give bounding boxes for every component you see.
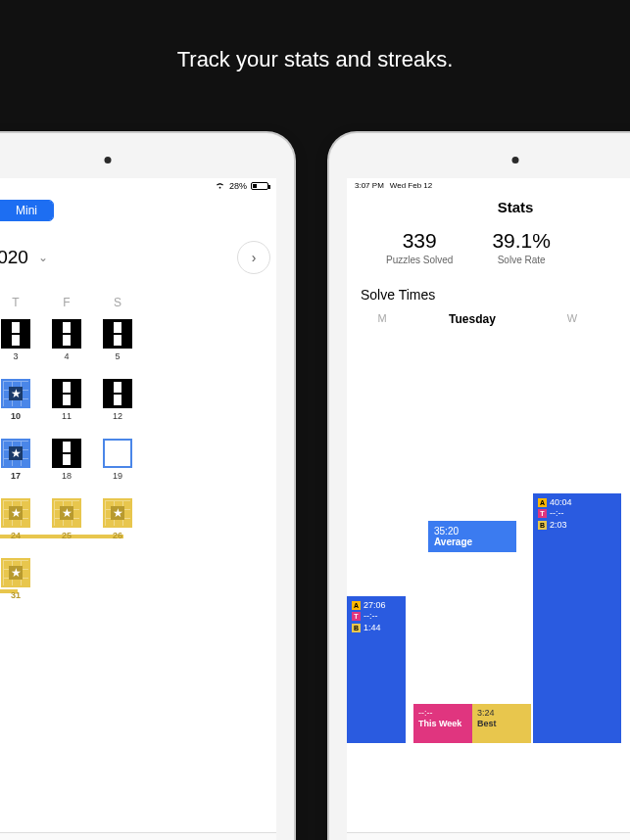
day-cell[interactable]: ★25 <box>51 498 82 540</box>
puzzle-icon: ★ <box>103 498 132 528</box>
puzzle-icon: ★ <box>1 498 30 528</box>
badge-b: B <box>352 624 361 632</box>
time-a: 27:06 <box>363 600 386 611</box>
best-time: 3:24 <box>477 708 526 719</box>
battery-label: 28% <box>229 181 247 191</box>
status-bar: 3:07 PM Wed Feb 12 <box>347 178 630 193</box>
day-cell[interactable]: ★24 <box>0 498 31 540</box>
time-t: --:-- <box>550 508 564 519</box>
day-num: 10 <box>11 411 21 421</box>
solve-times-title: Solve Times <box>347 287 630 303</box>
chart-day-labels: M Tuesday W <box>347 312 630 326</box>
puzzle-icon <box>52 379 81 408</box>
metric-value: 339 <box>386 229 453 253</box>
week-label: This Week <box>418 719 467 729</box>
day-num: 25 <box>62 531 72 540</box>
week-time: --:-- <box>418 708 467 719</box>
screen-archive: 28% Daily Mini ruary 2020 ⌄ › W T F S 2 … <box>0 178 276 840</box>
weekday: F <box>51 296 82 309</box>
status-date: Wed Feb 12 <box>390 181 432 190</box>
day-num: 3 <box>13 351 18 361</box>
day-num: 19 <box>113 471 122 481</box>
next-month-button[interactable]: › <box>237 241 270 274</box>
metric-label: Puzzles Solved <box>386 255 453 265</box>
tablet-right: 3:07 PM Wed Feb 12 Stats 339 Puzzles Sol… <box>329 133 630 840</box>
day-cell[interactable]: 12 <box>102 379 133 421</box>
tab-stats[interactable]: Stats <box>52 833 165 840</box>
day-cell[interactable]: ★10 <box>0 379 31 421</box>
tab-packs[interactable]: Packs <box>460 833 572 840</box>
badge-a: A <box>538 498 547 507</box>
segment-mini[interactable]: Mini <box>0 201 53 220</box>
day-num: 24 <box>11 531 21 540</box>
metric-value: 39.1% <box>492 229 551 253</box>
month-label: ruary 2020 <box>0 247 28 268</box>
day-cell[interactable]: 5 <box>102 319 133 361</box>
camera-dot <box>512 157 519 163</box>
puzzle-icon <box>52 439 81 468</box>
day-label-current: Tuesday <box>413 312 531 326</box>
tab-archive[interactable]: Archive <box>0 833 52 840</box>
puzzle-icon: ★ <box>1 379 30 408</box>
weekday: S <box>102 296 133 309</box>
day-cell[interactable]: ★31 <box>0 558 31 600</box>
bar-wednesday: A 40:04 T --:-- B 2:03 <box>533 493 621 743</box>
puzzle-icon: ★ <box>52 498 81 528</box>
tab-bar: Archive Stats Leaderboards <box>0 832 276 840</box>
time-a: 40:04 <box>550 497 572 508</box>
puzzle-icon <box>103 319 132 349</box>
tab-archive[interactable]: Archive <box>571 833 630 840</box>
chart-col-tuesday: 35:20 Average --:-- This Week 3:24 Best <box>413 351 531 743</box>
avg-label: Average <box>434 537 510 547</box>
chart-col-wednesday: A 40:04 T --:-- B 2:03 <box>533 351 621 743</box>
segment-control[interactable]: Daily Mini <box>0 200 54 221</box>
metrics-row: 339 Puzzles Solved 39.1% Solve Rate <box>347 229 630 265</box>
day-label: W <box>533 312 611 326</box>
star-icon: ★ <box>9 387 23 400</box>
metric-solved: 339 Puzzles Solved <box>386 229 453 265</box>
chevron-down-icon: ⌄ <box>38 251 48 264</box>
badge-b: B <box>538 521 547 530</box>
day-num: 26 <box>113 531 122 540</box>
day-num: 17 <box>11 471 21 481</box>
page-title: Stats <box>347 193 630 229</box>
day-cell[interactable]: ★17 <box>0 439 31 481</box>
screen-stats: 3:07 PM Wed Feb 12 Stats 339 Puzzles Sol… <box>347 178 630 840</box>
bar-tue-week: --:-- This Week <box>413 704 472 743</box>
day-num: 5 <box>115 351 120 361</box>
day-cell[interactable]: ★26 <box>102 498 133 540</box>
metric-rate: 39.1% Solve Rate <box>492 229 551 265</box>
puzzle-icon: ★ <box>1 558 30 587</box>
tab-bar: Play Packs Archive <box>347 832 630 840</box>
tab-leaderboards[interactable]: Leaderboards <box>164 833 276 840</box>
weekday: T <box>0 296 31 309</box>
star-icon: ★ <box>60 506 73 520</box>
day-num: 4 <box>64 351 69 361</box>
puzzle-icon: ★ <box>1 439 30 468</box>
headline: Track your stats and streaks. <box>0 0 630 112</box>
weekday-header: W T F S <box>0 292 276 319</box>
bar-tue-best: 3:24 Best <box>472 704 531 743</box>
bar-monday: A 27:06 T --:-- B 1:44 <box>347 596 406 743</box>
day-num: 12 <box>113 411 122 421</box>
tablet-left: 28% Daily Mini ruary 2020 ⌄ › W T F S 2 … <box>0 133 294 840</box>
bar-tue-average: 35:20 Average <box>428 521 516 552</box>
tab-play[interactable]: Play <box>347 833 460 840</box>
status-time: 3:07 PM <box>355 181 384 190</box>
month-picker[interactable]: ruary 2020 ⌄ › <box>0 235 276 292</box>
day-cell[interactable]: 3 <box>0 319 31 361</box>
wifi-icon <box>215 181 225 191</box>
day-cell[interactable]: 18 <box>51 439 82 481</box>
solve-times-chart[interactable]: A 27:06 T --:-- B 1:44 35:20 Average --:… <box>347 332 630 743</box>
badge-t: T <box>352 612 361 621</box>
puzzle-icon <box>52 319 81 349</box>
day-num: 31 <box>11 590 21 600</box>
day-cell[interactable]: 4 <box>51 319 82 361</box>
day-num: 11 <box>62 411 72 421</box>
day-cell[interactable]: 19 <box>102 439 133 481</box>
badge-a: A <box>352 601 361 610</box>
day-cell[interactable]: 11 <box>51 379 82 421</box>
star-icon: ★ <box>9 506 23 520</box>
chart-col-monday: A 27:06 T --:-- B 1:44 <box>353 351 412 743</box>
day-num: 18 <box>62 471 72 481</box>
